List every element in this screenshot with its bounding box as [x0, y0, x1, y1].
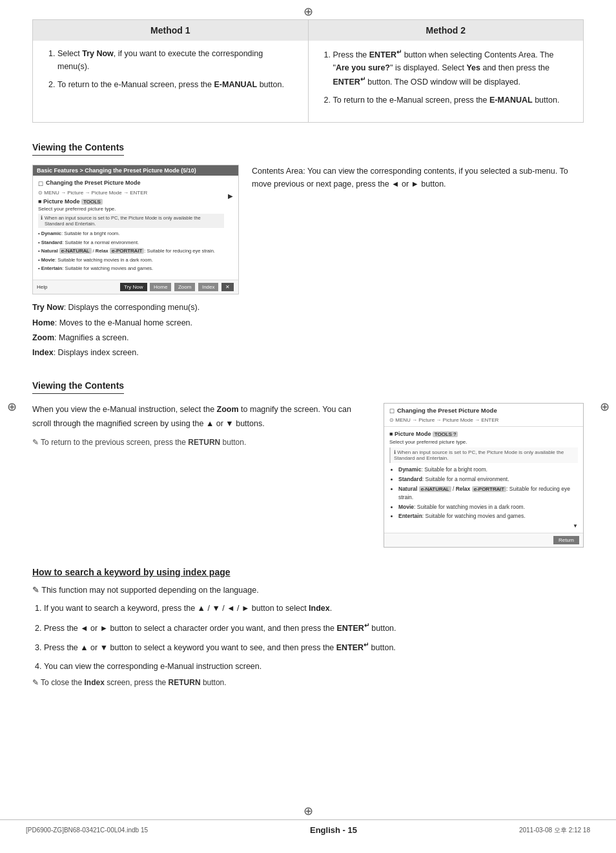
- checkbox-icon-2: ☐: [389, 408, 395, 415]
- method1-step2: To return to the e-Manual screen, press …: [57, 78, 295, 91]
- crosshair-right-icon: ⊕: [598, 400, 611, 413]
- info-icon: ℹ: [41, 215, 43, 227]
- search-section-title: How to search a keyword by using index p…: [32, 567, 584, 577]
- viewing2-text: When you view the e-Manual instruction, …: [32, 403, 371, 454]
- zoomed-bullet-5: Entertain: Suitable for watching movies …: [398, 512, 578, 521]
- method2-step1: Press the ENTER↵ button when selecting C…: [333, 47, 571, 88]
- footer-right: 2011-03-08 오후 2:12 18: [519, 826, 590, 835]
- zoomed-heading: Changing the Preset Picture Mode: [397, 407, 497, 414]
- method1-step1: Select Try Now, if you want to execute t…: [57, 47, 295, 73]
- tools-badge: TOOLS: [81, 199, 103, 205]
- down-arrow: ▼: [389, 523, 578, 529]
- viewing-section2-title: Viewing the Contents: [32, 380, 124, 394]
- emanual-heading: Changing the Preset Picture Mode: [46, 180, 141, 186]
- try-now-btn[interactable]: Try Now: [120, 283, 147, 291]
- bullet-2: • Standard: Suitable for a normal enviro…: [38, 239, 224, 246]
- zoomed-subtitle: Select your preferred picture type.: [389, 439, 578, 445]
- search-step-1: If you want to search a keyword, press t…: [44, 601, 584, 616]
- method2-step2: To return to the e-Manual screen, press …: [333, 94, 571, 107]
- emanual-buttons: Try Now Home Zoom Index ✕: [119, 283, 234, 291]
- method2-steps: Press the ENTER↵ button when selecting C…: [322, 47, 571, 107]
- emanual-topbar: Basic Features > Changing the Preset Pic…: [33, 165, 238, 176]
- bullet-3: • Natural e-NATURAL / Relax e-PORTRAIT: …: [38, 247, 224, 255]
- info-icon-2: ℹ: [394, 449, 396, 455]
- home-btn[interactable]: Home: [150, 283, 171, 291]
- bullet-4: • Movie: Suitable for watching movies in…: [38, 256, 224, 263]
- zoom-desc: Zoom: Magnifies a screen.: [32, 331, 200, 345]
- method2-header: Method 2: [309, 20, 584, 41]
- close-btn[interactable]: ✕: [221, 283, 234, 291]
- zoomed-emanual-box: ☐ Changing the Preset Picture Mode ⊙ MEN…: [384, 403, 584, 548]
- pencil-icon-3: ✎: [32, 678, 39, 687]
- home-desc: Home: Moves to the e-Manual home screen.: [32, 316, 200, 330]
- zoomed-bullet-list: Dynamic: Suitable for a bright room. Sta…: [389, 466, 578, 521]
- viewing-section-1: Viewing the Contents Basic Features > Ch…: [32, 142, 584, 361]
- return-button[interactable]: Return: [553, 536, 579, 544]
- method1-steps: Select Try Now, if you want to execute t…: [46, 47, 295, 91]
- method-col-2: Method 2 Press the ENTER↵ button when se…: [309, 20, 584, 122]
- enter-bold: ENTER↵: [369, 50, 402, 59]
- try-now-desc: Try Now: Displays the corresponding menu…: [32, 301, 200, 314]
- are-you-sure-bold: Are you sure?: [336, 63, 390, 72]
- emanual-bullets: • Dynamic: Suitable for a bright room. •…: [38, 230, 224, 272]
- emanual-footer: Help Try Now Home Zoom Index ✕: [33, 280, 238, 294]
- zoomed-bullet-3: Natural e-NATURAL / Relax e-PORTRAIT: Su…: [398, 485, 578, 502]
- index-desc: Index: Displays index screen.: [32, 346, 200, 360]
- contents-area-desc: Contents Area: You can view the correspo…: [252, 165, 584, 190]
- index-btn[interactable]: Index: [198, 283, 219, 291]
- zoomed-bullet-4: Movie: Suitable for watching movies in a…: [398, 503, 578, 512]
- bullet-1: • Dynamic: Suitable for a bright room.: [38, 230, 224, 237]
- help-label: Help: [37, 284, 47, 290]
- zoomed-note: ℹ When an input source is set to PC, the…: [389, 447, 578, 463]
- pencil-icon-2: ✎: [32, 586, 39, 595]
- crosshair-bottom-icon: ⊕: [302, 805, 314, 817]
- viewing-layout-1: Basic Features > Changing the Preset Pic…: [32, 165, 584, 361]
- emanual-box-1: Basic Features > Changing the Preset Pic…: [32, 165, 239, 294]
- crosshair-left-icon: ⊕: [5, 400, 18, 413]
- zoomed-bullet-2: Standard: Suitable for a normal environm…: [398, 475, 578, 484]
- try-now-bold: Try Now: [82, 49, 114, 58]
- emanual-note: ℹ When an input source is set to PC, the…: [38, 214, 224, 228]
- viewing-description-1: Contents Area: You can view the correspo…: [252, 165, 584, 197]
- return-note: ✎ To return to the previous screen, pres…: [32, 436, 371, 449]
- zoomed-box-header: ☐ Changing the Preset Picture Mode ⊙ MEN…: [384, 404, 583, 427]
- zoomed-box-content: ■ Picture Mode TOOLS ? Select your prefe…: [384, 427, 583, 533]
- arrow-right-icon: ▶: [228, 192, 233, 200]
- method-col-1: Method 1 Select Try Now, if you want to …: [33, 20, 309, 122]
- viewing-section1-title: Viewing the Contents: [32, 142, 124, 156]
- emanual-menu-path: ⊙ MENU → Picture → Picture Mode → ENTER: [38, 190, 224, 196]
- zoomed-menu-path: ⊙ MENU → Picture → Picture Mode → ENTER: [389, 417, 578, 423]
- footer-center: English - 15: [310, 825, 357, 835]
- zoomed-footer: Return: [384, 533, 583, 547]
- crosshair-top-icon: ⊕: [302, 5, 314, 18]
- tools-badge-2: TOOLS ?: [433, 431, 458, 437]
- emanual-bold-1: E-MANUAL: [214, 80, 258, 89]
- page-footer: [PD6900-ZG]BN68-03421C-00L04.indb 15 Eng…: [0, 819, 616, 840]
- close-index-note: ✎ To close the Index screen, press the R…: [32, 676, 584, 690]
- zoom-description: When you view the e-Manual instruction, …: [32, 403, 371, 431]
- bullet-5: • Entertain: Suitable for watching movie…: [38, 265, 224, 272]
- footer-left: [PD6900-ZG]BN68-03421C-00L04.indb 15: [26, 827, 148, 834]
- viewing2-layout: When you view the e-Manual instruction, …: [32, 403, 584, 548]
- search-note: ✎ This function may not supported depend…: [32, 585, 584, 595]
- btn-descriptions: Try Now: Displays the corresponding menu…: [32, 301, 200, 361]
- page-wrapper: ⊕ ⊕ ⊕ Method 1 Select Try Now, if you wa…: [0, 0, 616, 853]
- yes-bold: Yes: [466, 63, 480, 72]
- checkbox-icon: ☐: [38, 181, 43, 187]
- zoom-btn[interactable]: Zoom: [174, 283, 195, 291]
- search-step-4: You can view the corresponding e-Manual …: [44, 659, 584, 690]
- viewing-section-2: Viewing the Contents When you view the e…: [32, 380, 584, 548]
- zoomed-bullet-1: Dynamic: Suitable for a bright room.: [398, 466, 578, 475]
- search-steps: If you want to search a keyword, press t…: [32, 601, 584, 690]
- emanual-bold-2: E-MANUAL: [489, 96, 533, 105]
- emanual-content: ☐ Changing the Preset Picture Mode ⊙ MEN…: [33, 176, 238, 277]
- search-step-2: Press the ◄ or ► button to select a char…: [44, 620, 584, 636]
- picture-mode-label-2: ■ Picture Mode: [389, 431, 431, 437]
- search-step-3: Press the ▲ or ▼ button to select a keyw…: [44, 639, 584, 655]
- pencil-note-icon: ✎: [32, 438, 39, 447]
- picture-mode-label: ■ Picture Mode: [38, 198, 79, 205]
- method1-header: Method 1: [33, 20, 308, 41]
- method-table: Method 1 Select Try Now, if you want to …: [32, 19, 584, 123]
- emanual-subtitle: Select your preferred picture type.: [38, 206, 224, 212]
- enter-bold-2: ENTER↵: [333, 77, 365, 87]
